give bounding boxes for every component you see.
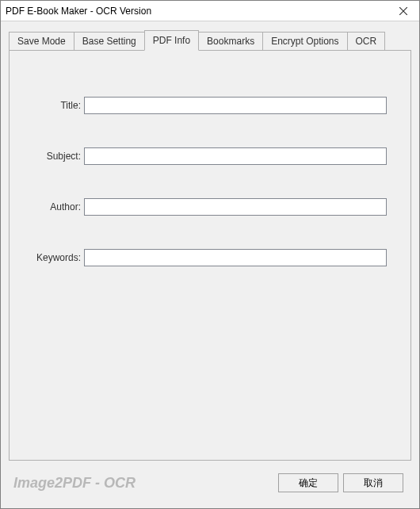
input-keywords[interactable] [84, 249, 387, 266]
tab-save-mode[interactable]: Save Mode [9, 32, 74, 50]
input-author[interactable] [84, 198, 387, 216]
client-area: Save Mode Base Setting PDF Info Bookmark… [1, 21, 419, 508]
label-author: Author: [29, 201, 84, 212]
ok-button[interactable]: 确定 [278, 473, 338, 492]
tab-base-setting[interactable]: Base Setting [74, 32, 145, 50]
app-window: PDF E-Book Maker - OCR Version Save Mode… [0, 0, 420, 509]
tabstrip: Save Mode Base Setting PDF Info Bookmark… [9, 31, 411, 50]
tab-pane: Title: Subject: Author: Keywords: [9, 50, 411, 461]
row-author: Author: [10, 198, 410, 216]
tab-bookmarks[interactable]: Bookmarks [198, 32, 263, 50]
titlebar: PDF E-Book Maker - OCR Version [1, 1, 419, 21]
footer: Image2PDF - OCR 确定 取消 [9, 473, 411, 500]
tab-ocr[interactable]: OCR [347, 32, 386, 50]
label-title: Title: [29, 100, 84, 111]
label-subject: Subject: [29, 151, 84, 162]
row-subject: Subject: [10, 147, 410, 165]
cancel-button[interactable]: 取消 [343, 473, 403, 492]
tab-control: Save Mode Base Setting PDF Info Bookmark… [9, 31, 411, 461]
row-title: Title: [10, 97, 410, 114]
tab-pdf-info[interactable]: PDF Info [144, 30, 199, 51]
branding-text: Image2PDF - OCR [13, 475, 136, 492]
close-icon [399, 7, 407, 15]
tab-encrypt-options[interactable]: Encrypt Options [262, 32, 347, 50]
footer-buttons: 确定 取消 [278, 473, 403, 492]
window-title: PDF E-Book Maker - OCR Version [6, 6, 151, 17]
close-button[interactable] [388, 1, 419, 21]
label-keywords: Keywords: [29, 252, 84, 263]
pdf-info-form: Title: Subject: Author: Keywords: [10, 51, 410, 266]
input-title[interactable] [84, 97, 387, 114]
input-subject[interactable] [84, 147, 387, 165]
row-keywords: Keywords: [10, 249, 410, 266]
